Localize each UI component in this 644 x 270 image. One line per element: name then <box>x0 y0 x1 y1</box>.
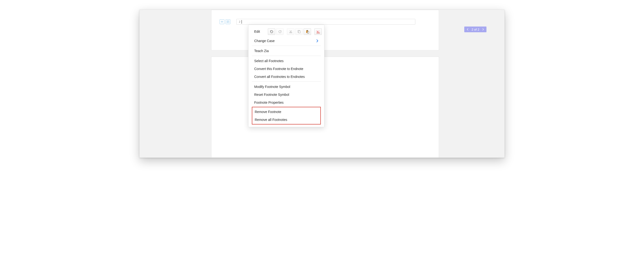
menu-convert-all-label: Convert all Footnotes to Endnotes <box>254 75 305 79</box>
add-element-icon[interactable] <box>220 19 224 24</box>
edit-toolbar-row: Edit <box>248 26 324 37</box>
menu-change-case[interactable]: Change Case <box>248 37 324 45</box>
text-cursor <box>242 20 242 24</box>
menu-reset-symbol-label: Reset Footnote Symbol <box>254 93 289 97</box>
menu-convert-this-label: Convert this Footnote to Endnote <box>254 67 303 71</box>
footnote-context-menu: Edit <box>248 25 324 127</box>
footnote-editor[interactable]: 2 <box>236 19 415 25</box>
page-layout-icon[interactable] <box>226 19 230 24</box>
menu-footnote-properties[interactable]: Footnote Properties <box>248 98 324 106</box>
edit-toolbar <box>268 29 322 35</box>
highlighted-menu-group: Remove Footnote Remove all Footnotes <box>252 107 321 124</box>
svg-rect-8 <box>316 33 320 33</box>
menu-modify-symbol-label: Modify Footnote Symbol <box>254 85 290 89</box>
menu-teach-zia[interactable]: Teach Zia <box>248 47 324 55</box>
footnote-number: 2 <box>239 20 240 23</box>
page-margin-controls <box>220 19 230 24</box>
menu-teach-zia-label: Teach Zia <box>254 49 269 53</box>
document-page-fragment-bottom <box>211 57 439 158</box>
paste-button[interactable] <box>304 29 311 35</box>
svg-rect-4 <box>298 31 300 33</box>
svg-point-2 <box>291 32 292 33</box>
pager-label: 2 of 2 <box>472 28 479 31</box>
menu-remove-label: Remove Footnote <box>255 110 281 114</box>
find-result-pager: 2 of 2 <box>464 27 486 32</box>
menu-remove-footnote[interactable]: Remove Footnote <box>252 108 320 116</box>
menu-divider <box>252 82 321 82</box>
copy-button[interactable] <box>295 29 303 35</box>
menu-remove-all-footnotes[interactable]: Remove all Footnotes <box>252 116 320 124</box>
menu-select-all-label: Select all Footnotes <box>254 59 284 63</box>
svg-point-1 <box>290 32 290 33</box>
pager-prev-icon[interactable] <box>466 28 469 31</box>
menu-properties-label: Footnote Properties <box>254 101 284 104</box>
svg-rect-6 <box>307 30 308 31</box>
pager-next-icon[interactable] <box>482 28 484 31</box>
clear-formatting-button[interactable] <box>314 29 322 35</box>
redo-button[interactable] <box>276 29 284 35</box>
cut-button[interactable] <box>287 29 294 35</box>
menu-remove-all-label: Remove all Footnotes <box>255 118 287 122</box>
menu-divider <box>252 46 321 46</box>
menu-change-case-label: Change Case <box>254 39 275 43</box>
menu-reset-symbol[interactable]: Reset Footnote Symbol <box>248 91 324 98</box>
chevron-right-icon <box>316 40 318 42</box>
edit-label: Edit <box>254 30 260 34</box>
menu-convert-all[interactable]: Convert all Footnotes to Endnotes <box>248 73 324 81</box>
document-page-fragment-top <box>211 10 439 50</box>
menu-select-all-footnotes[interactable]: Select all Footnotes <box>248 57 324 65</box>
app-frame: 2 2 of 2 Edit <box>140 10 504 158</box>
menu-convert-this[interactable]: Convert this Footnote to Endnote <box>248 65 324 73</box>
menu-modify-symbol[interactable]: Modify Footnote Symbol <box>248 83 324 91</box>
undo-button[interactable] <box>268 29 275 35</box>
svg-rect-7 <box>308 31 309 33</box>
menu-divider <box>252 56 321 56</box>
